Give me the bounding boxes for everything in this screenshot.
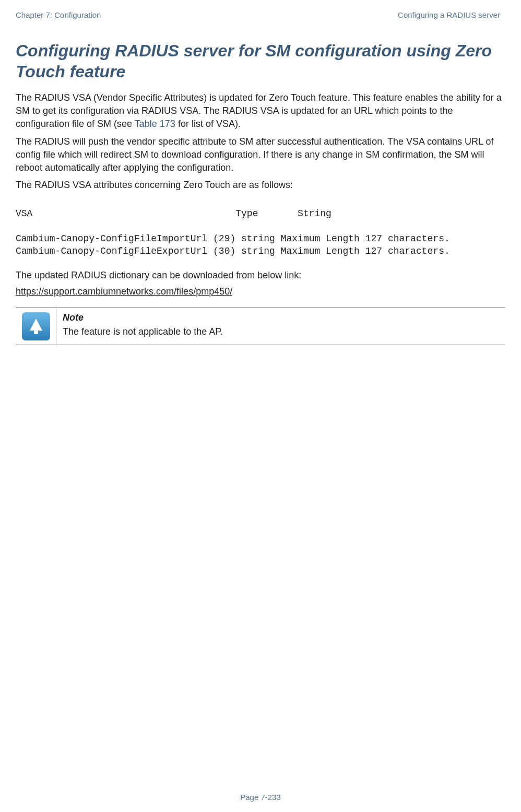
vsa-header-row: VSA Type String	[16, 207, 505, 220]
dictionary-link[interactable]: https://support.cambiumnetworks.com/file…	[16, 286, 232, 297]
note-body: The feature is not applicable to the AP.	[63, 326, 499, 337]
paragraph-1: The RADIUS VSA (Vendor Specific Attribut…	[16, 91, 505, 131]
table-link[interactable]: Table 173	[135, 119, 175, 129]
header-left: Chapter 7: Configuration	[16, 10, 101, 19]
paragraph-1-pre: The RADIUS VSA (Vendor Specific Attribut…	[16, 92, 502, 129]
dictionary-text: The updated RADIUS dictionary can be dow…	[16, 269, 505, 282]
note-title: Note	[63, 312, 499, 323]
vsa-row-1: Cambium-Canopy-ConfigFileImportUrl (29) …	[16, 232, 505, 245]
page-header: Chapter 7: Configuration Configuring a R…	[16, 10, 505, 19]
paragraph-3: The RADIUS VSA attributes concerning Zer…	[16, 179, 505, 192]
page-footer: Page 7-233	[0, 793, 521, 802]
note-text-cell: Note The feature is not applicable to th…	[56, 308, 505, 342]
paragraph-1-post: for list of VSA).	[175, 119, 241, 129]
main-heading: Configuring RADIUS server for SM configu…	[16, 40, 505, 82]
vsa-row-2: Cambium-Canopy-ConfigFileExportUrl (30) …	[16, 245, 505, 257]
note-icon	[22, 312, 50, 340]
paragraph-2: The RADIUS will push the vendor specific…	[16, 135, 505, 175]
header-right: Configuring a RADIUS server	[398, 10, 500, 19]
note-icon-cell	[16, 308, 56, 345]
note-box: Note The feature is not applicable to th…	[16, 308, 505, 345]
